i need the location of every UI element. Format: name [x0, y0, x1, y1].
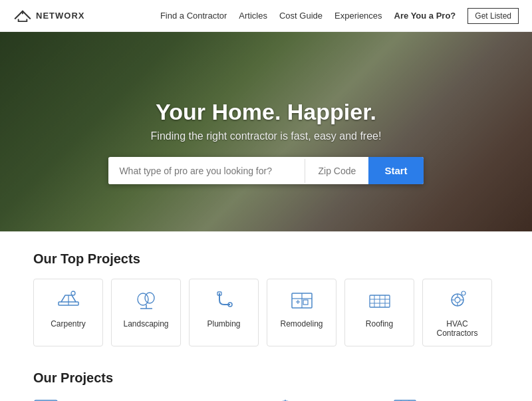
svg-point-4 [138, 293, 148, 305]
svg-point-28 [462, 291, 466, 295]
landscaping-icon [134, 290, 159, 313]
top-project-landscaping[interactable]: Landscaping [111, 279, 181, 346]
concrete-icon [392, 398, 418, 401]
zip-input[interactable] [305, 158, 368, 184]
svg-point-3 [71, 291, 75, 295]
plumbing-label: Plumbing [207, 319, 240, 329]
landscaping-label: Landscaping [123, 319, 168, 329]
main-content: Our Top Projects Carpentry [0, 231, 532, 401]
search-bar: Start [108, 157, 423, 184]
start-button[interactable]: Start [368, 157, 423, 184]
top-project-plumbing[interactable]: Plumbing [189, 279, 259, 346]
search-input[interactable] [108, 158, 305, 184]
ac-icon [33, 398, 59, 401]
project-item-ac[interactable]: Air Conditioning [33, 398, 140, 401]
nav-articles[interactable]: Articles [239, 11, 267, 21]
carpentry-icon [56, 290, 81, 313]
hvac-icon [445, 290, 470, 313]
remodeling-icon [289, 290, 315, 313]
are-you-pro-label: Are You a Pro? [394, 11, 456, 21]
cleaning-icon [273, 398, 298, 401]
project-item-carpentry[interactable]: Carpentry [153, 398, 259, 401]
top-project-hvac[interactable]: HVAC Contractors [422, 279, 492, 346]
roofing-label: Roofing [366, 319, 393, 329]
logo[interactable]: NETWORX [13, 9, 84, 23]
hero-subtitle: Finding the right contractor is fast, ea… [108, 130, 423, 142]
top-project-roofing[interactable]: Roofing [344, 279, 414, 346]
plumbing-icon [211, 290, 237, 313]
top-projects-title: Our Top Projects [33, 251, 499, 267]
logo-icon [13, 9, 32, 23]
our-projects-grid: Air Conditioning Carpentry [33, 398, 499, 401]
carpentry-label: Carpentry [51, 319, 86, 329]
hero-title: Your Home. Happier. [108, 99, 423, 125]
top-project-remodeling[interactable]: Remodeling [267, 279, 336, 346]
project-item-cleaning[interactable]: Cleaning [273, 398, 379, 401]
project-item-concrete[interactable]: Concrete [392, 398, 499, 401]
top-project-carpentry[interactable]: Carpentry [33, 279, 103, 346]
hvac-label: HVAC Contractors [430, 319, 485, 338]
get-listed-button[interactable]: Get Listed [467, 8, 519, 24]
carpentry2-icon [153, 398, 178, 401]
header: NETWORX Find a Contractor Articles Cost … [0, 0, 532, 32]
our-projects-section: Our Projects Air Conditioning [33, 370, 499, 401]
our-projects-title: Our Projects [33, 370, 499, 386]
svg-rect-13 [303, 300, 308, 305]
roofing-icon [367, 290, 392, 313]
svg-point-5 [145, 293, 154, 303]
svg-point-23 [455, 297, 460, 303]
nav-find-contractor[interactable]: Find a Contractor [160, 11, 227, 21]
top-projects-list: Carpentry Landscaping Plu [33, 279, 499, 346]
logo-text: NETWORX [36, 11, 84, 21]
nav-experiences[interactable]: Experiences [334, 11, 382, 21]
main-nav: Find a Contractor Articles Cost Guide Ex… [160, 8, 519, 24]
nav-cost-guide[interactable]: Cost Guide [279, 11, 323, 21]
hero-content: Your Home. Happier. Finding the right co… [108, 99, 423, 184]
remodeling-label: Remodeling [280, 319, 323, 329]
hero-section: Your Home. Happier. Finding the right co… [0, 32, 532, 231]
